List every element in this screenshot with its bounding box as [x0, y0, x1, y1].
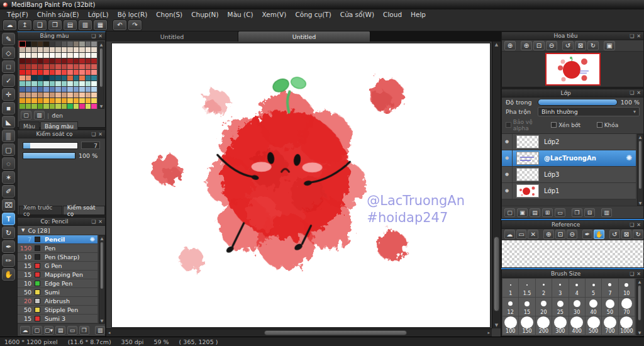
palette-swatch[interactable] [86, 70, 91, 75]
palette-swatch[interactable] [31, 92, 37, 98]
brush-control-tab-0[interactable]: Xem trước cọ [19, 206, 62, 215]
palette-swatch[interactable] [43, 92, 49, 98]
brush-size-150[interactable]: 150 [519, 316, 535, 335]
palette-swatch[interactable] [62, 75, 67, 81]
palette-swatch[interactable] [50, 98, 55, 103]
palette-swatch[interactable] [38, 42, 43, 47]
palette-swatch[interactable] [26, 81, 31, 86]
palette-swatch[interactable] [26, 87, 31, 92]
palette-swatch[interactable] [19, 81, 25, 86]
palette-swatch[interactable] [62, 59, 67, 64]
palette-swatch[interactable] [86, 92, 91, 98]
brush-item-edge-pen[interactable]: 10Edge Pen [18, 279, 97, 288]
palette-swatch[interactable] [67, 98, 73, 103]
palette-swatch[interactable] [55, 81, 61, 86]
menu-item-11[interactable]: Help [406, 9, 430, 19]
brush-size-50[interactable]: 50 [602, 298, 618, 316]
brush-size-25[interactable]: 25 [552, 298, 569, 316]
palette-swatch[interactable] [86, 64, 91, 69]
hand-tool[interactable]: ✋ [2, 268, 15, 281]
palette-swatch[interactable] [55, 98, 61, 103]
rotate-view-tool[interactable]: ↻ [2, 226, 15, 239]
zoom-out-button[interactable]: ⊖ [546, 41, 557, 50]
palette-swatch[interactable] [43, 87, 49, 92]
palette-swatch[interactable] [55, 47, 61, 52]
palette-swatch[interactable] [19, 104, 25, 109]
brush-size-30[interactable]: 30 [569, 298, 586, 316]
brush-size-100[interactable]: 100 [502, 316, 519, 335]
checkbox-icon[interactable] [506, 122, 511, 128]
scrollbar-thumb[interactable] [264, 330, 407, 335]
menu-item-7[interactable]: Xem(V) [258, 9, 291, 19]
popout-icon[interactable]: ❏ [91, 131, 96, 137]
brush-size-300[interactable]: 300 [552, 316, 569, 335]
palette-swatch[interactable] [26, 75, 31, 81]
menu-item-8[interactable]: Công cụ(T) [291, 9, 335, 19]
palette-swatch[interactable] [74, 92, 79, 98]
brush-item-pen[interactable]: 150Pen [18, 244, 97, 253]
palette-swatch[interactable] [91, 59, 97, 64]
brush-item-stipple-pen[interactable]: 50Stipple Pen [18, 306, 97, 315]
brush-size-scrollbar[interactable]: ▲ ▼ [636, 279, 643, 335]
palette-swatch[interactable] [26, 42, 31, 47]
palette-swatch[interactable] [86, 47, 91, 52]
palette-swatch[interactable] [55, 64, 61, 69]
palette-swatch[interactable] [55, 42, 61, 47]
upload-button[interactable]: ↥ [18, 20, 31, 30]
palette-swatch[interactable] [79, 47, 85, 52]
ref-hand-button[interactable]: ✋ [594, 230, 604, 239]
brush-item-sumi-3[interactable]: 15Sumi 3 [18, 315, 97, 323]
brush-size-1000[interactable]: 1000 [619, 316, 635, 335]
ref-zoom-out-button[interactable]: ⊖ [567, 230, 577, 239]
palette-swatch[interactable] [67, 64, 73, 69]
menu-item-4[interactable]: Chọn(S) [152, 9, 187, 19]
palette-swatch[interactable] [79, 98, 85, 103]
palette-swatch[interactable] [19, 92, 25, 98]
layer-item-l-p3[interactable]: ●Lớp3 [502, 167, 636, 183]
brush-item-sumi[interactable]: 50Sumi [18, 288, 97, 297]
palette-swatch[interactable] [74, 87, 79, 92]
palette-swatch[interactable] [31, 42, 37, 47]
palette-swatch[interactable] [79, 104, 85, 109]
rotate-right-button[interactable]: ↻ [587, 41, 599, 50]
palette-swatch[interactable] [38, 70, 43, 75]
palette-swatch[interactable] [43, 47, 49, 52]
brush-size-500[interactable]: 500 [586, 316, 602, 335]
palette-swatch[interactable] [74, 104, 79, 109]
title-bar[interactable]: MediBang Paint Pro (32bit) [0, 0, 644, 9]
palette-swatch[interactable] [19, 75, 25, 81]
palette-swatch[interactable] [19, 87, 25, 92]
palette-swatch[interactable] [67, 104, 73, 109]
scroll-down-icon[interactable]: ▼ [637, 330, 642, 335]
brush-item-g-pen[interactable]: 15G Pen [18, 262, 97, 271]
palette-swatch[interactable] [50, 81, 55, 86]
palette-swatch[interactable] [91, 53, 97, 58]
palette-swatch[interactable] [74, 59, 79, 64]
palette-tab-0[interactable]: Màu [19, 121, 40, 130]
navigator-thumbnail[interactable] [545, 53, 601, 86]
brush-size-70[interactable]: 70 [619, 298, 635, 316]
palette-swatch[interactable] [74, 81, 79, 86]
lock-button[interactable]: ▣ [604, 41, 615, 50]
menu-item-5[interactable]: Chụp(N) [187, 9, 223, 19]
close-icon[interactable]: ✕ [98, 131, 103, 137]
brush-item-mapping-pen[interactable]: 15Mapping Pen [18, 271, 97, 279]
palette-swatch[interactable] [38, 92, 43, 98]
palette-swatch[interactable] [38, 64, 43, 69]
palette-swatch[interactable] [31, 64, 37, 69]
delete-layer-button[interactable]: ▥ [601, 208, 612, 217]
reference-canvas[interactable] [502, 240, 643, 267]
save-button[interactable]: ▤ [64, 20, 77, 30]
scroll-right-icon[interactable]: ▸ [487, 330, 490, 335]
palette-swatch[interactable] [86, 81, 91, 86]
undo-button[interactable]: ↶ [113, 20, 126, 30]
palette-swatch[interactable] [67, 92, 73, 98]
palette-swatch[interactable] [79, 87, 85, 92]
layer-visible-icon[interactable]: ● [502, 134, 513, 150]
palette-swatch[interactable] [74, 64, 79, 69]
palette-swatch[interactable] [19, 64, 25, 69]
palette-swatch[interactable] [91, 64, 97, 69]
scroll-left-icon[interactable]: ◂ [108, 330, 111, 335]
palette-swatch[interactable] [50, 87, 55, 92]
layer-option-kh-a[interactable]: Khóa [597, 122, 640, 128]
